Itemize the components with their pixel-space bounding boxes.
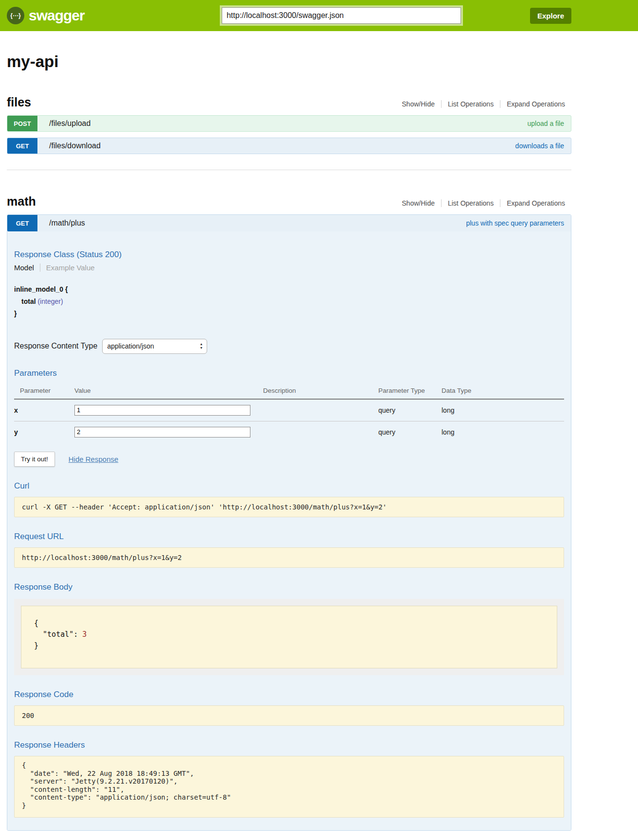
hide-response-link[interactable]: Hide Response <box>69 455 119 463</box>
swagger-logo[interactable]: {⋯} swagger <box>7 7 85 24</box>
response-class-heading: Response Class (Status 200) <box>14 250 564 260</box>
brand-title: swagger <box>29 7 85 24</box>
show-hide-link[interactable]: Show/Hide <box>395 100 441 108</box>
col-value: Value <box>74 383 263 399</box>
tab-example-value[interactable]: Example Value <box>40 263 95 272</box>
param-y-input[interactable] <box>74 427 250 438</box>
param-data-type: long <box>442 421 564 443</box>
tab-model[interactable]: Model <box>14 263 40 272</box>
response-code-value: 200 <box>14 705 564 726</box>
response-headers-json: { "date": "Wed, 22 Aug 2018 18:49:13 GMT… <box>14 756 564 818</box>
show-hide-link[interactable]: Show/Hide <box>395 199 441 207</box>
model-close-brace: } <box>14 308 564 320</box>
api-url-input[interactable] <box>222 7 461 24</box>
endpoint-summary[interactable]: upload a file <box>527 120 564 127</box>
endpoint-summary[interactable]: plus with spec query parameters <box>466 219 564 227</box>
endpoint-row-get-math-plus[interactable]: GET /math/plus plus with spec query para… <box>7 215 571 231</box>
list-operations-link[interactable]: List Operations <box>441 199 500 207</box>
section-header-math: math Show/Hide List Operations Expand Op… <box>7 194 571 209</box>
endpoint-row-get-files-download[interactable]: GET /files/download downloads a file <box>7 138 571 154</box>
try-it-out-button[interactable]: Try it out! <box>14 452 55 467</box>
param-description <box>263 399 378 421</box>
response-code-heading: Response Code <box>14 690 564 700</box>
section-controls: Show/Hide List Operations Expand Operati… <box>395 100 571 108</box>
endpoint-summary[interactable]: downloads a file <box>515 142 564 150</box>
actions-row: Try it out! Hide Response <box>14 452 564 467</box>
param-name: y <box>14 421 74 443</box>
col-parameter: Parameter <box>14 383 74 399</box>
request-url-heading: Request URL <box>14 532 564 542</box>
list-operations-link[interactable]: List Operations <box>441 100 500 108</box>
response-content-type-label: Response Content Type <box>14 342 97 350</box>
table-row: x query long <box>14 399 564 421</box>
section-controls: Show/Hide List Operations Expand Operati… <box>395 199 571 207</box>
param-data-type: long <box>442 399 564 421</box>
content-type-select-wrap: application/json ▲▼ <box>102 339 207 354</box>
explore-button[interactable]: Explore <box>530 8 571 24</box>
model-signature: inline_model_0 { total (integer) } <box>14 283 564 320</box>
method-badge-post: POST <box>7 116 37 131</box>
col-description: Description <box>263 383 378 399</box>
section-divider <box>7 170 571 170</box>
response-body-heading: Response Body <box>14 582 564 592</box>
endpoint-row-post-files-upload[interactable]: POST /files/upload upload a file <box>7 115 571 132</box>
model-tabs: Model Example Value <box>14 263 564 272</box>
operation-get-math-plus: GET /math/plus plus with spec query para… <box>7 214 571 831</box>
request-url-value: http://localhost:3000/math/plus?x=1&y=2 <box>14 547 564 568</box>
endpoint-path[interactable]: /files/download <box>49 141 101 150</box>
param-x-input[interactable] <box>74 405 250 416</box>
curl-command: curl -X GET --header 'Accept: applicatio… <box>14 497 564 517</box>
param-type: query <box>378 421 442 443</box>
endpoint-path[interactable]: /files/upload <box>49 119 90 128</box>
param-name: x <box>14 399 74 421</box>
endpoint-path[interactable]: /math/plus <box>49 219 85 228</box>
section-title-math[interactable]: math <box>7 194 36 209</box>
section-title-files[interactable]: files <box>7 95 31 109</box>
property-type[interactable]: (integer) <box>37 298 63 305</box>
parameters-table: Parameter Value Description Parameter Ty… <box>14 383 564 443</box>
section-header-files: files Show/Hide List Operations Expand O… <box>7 95 571 109</box>
col-parameter-type: Parameter Type <box>378 383 442 399</box>
table-row: y query long <box>14 421 564 443</box>
model-property: total (integer) <box>21 296 564 308</box>
expand-operations-link[interactable]: Expand Operations <box>500 199 571 207</box>
swagger-logo-icon: {⋯} <box>7 7 24 24</box>
property-name: total <box>21 298 36 305</box>
param-type: query <box>378 399 442 421</box>
page-title: my-api <box>7 52 571 71</box>
parameters-heading: Parameters <box>14 368 564 378</box>
response-body-container: { "total": 3 } <box>14 599 564 676</box>
response-body-json: { "total": 3 } <box>21 606 557 669</box>
col-data-type: Data Type <box>442 383 564 399</box>
method-badge-get: GET <box>7 215 37 231</box>
param-description <box>263 421 378 443</box>
method-badge-get: GET <box>7 138 37 154</box>
json-number-value: 3 <box>82 630 87 639</box>
response-headers-heading: Response Headers <box>14 740 564 750</box>
model-open-brace: inline_model_0 { <box>14 283 564 296</box>
expand-operations-link[interactable]: Expand Operations <box>500 100 571 108</box>
operation-panel: Response Class (Status 200) Model Exampl… <box>7 231 571 830</box>
content-type-select[interactable]: application/json <box>102 339 207 354</box>
response-content-type-row: Response Content Type application/json ▲… <box>14 339 564 354</box>
curl-heading: Curl <box>14 481 564 491</box>
header-bar: {⋯} swagger Explore <box>0 0 638 31</box>
